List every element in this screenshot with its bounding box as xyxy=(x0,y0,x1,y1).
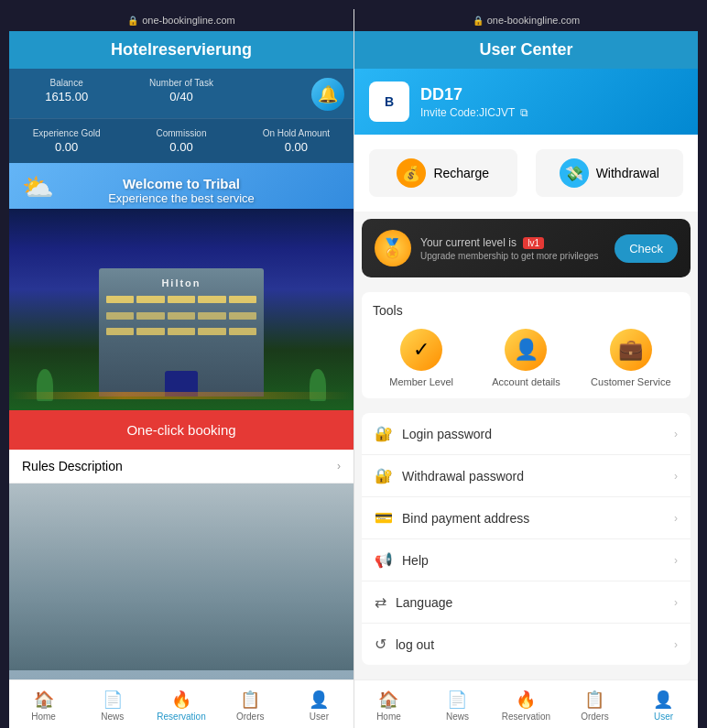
avatar-cell: 🔔 xyxy=(239,74,354,114)
left-panel: 🔒 one-bookingline.com Hotelreservierung … xyxy=(9,9,354,728)
rules-row[interactable]: Rules Description › xyxy=(9,450,354,484)
invite-row: Invite Code:JICJVT ⧉ xyxy=(420,106,683,119)
hotel-windows-row3 xyxy=(106,328,256,335)
level-line2: Upgrade membership to get more privilege… xyxy=(420,251,605,261)
language-chevron: › xyxy=(674,596,678,609)
tool-member-level[interactable]: ✓ Member Level xyxy=(373,329,470,387)
right-panel: 🔒 one-bookingline.com User Center B DD17… xyxy=(354,9,698,728)
action-buttons: 💰 Recharge 💸 Withdrawal xyxy=(354,135,698,212)
left-address-bar: 🔒 one-bookingline.com xyxy=(9,9,354,31)
right-nav-home[interactable]: 🏠 Home xyxy=(354,680,423,728)
user-avatar: 🔔 xyxy=(311,78,344,111)
logout-icon: ↺ xyxy=(375,636,386,653)
menu-login-password[interactable]: 🔐 Login password › xyxy=(362,413,691,455)
right-nav-orders[interactable]: 📋 Orders xyxy=(560,680,629,728)
news-label-right: News xyxy=(446,712,469,722)
right-header: User Center xyxy=(354,31,698,69)
onhold-cell: On Hold Amount 0.00 xyxy=(239,125,354,158)
user-info: DD17 Invite Code:JICJVT ⧉ xyxy=(420,85,683,119)
left-bottom-nav: 🏠 Home 📄 News 🔥 Reservation 📋 Orders 👤 U… xyxy=(9,679,354,728)
menu-help[interactable]: 📢 Help › xyxy=(362,539,691,581)
welcome-line2: Experience the best service xyxy=(108,191,255,205)
right-url: one-bookingline.com xyxy=(487,15,581,26)
reservation-icon-left: 🔥 xyxy=(171,690,191,710)
hotel-windows-row1 xyxy=(106,296,256,303)
right-nav-user[interactable]: 👤 User xyxy=(629,680,698,728)
level-text: Your current level is lv1 Upgrade member… xyxy=(420,236,605,261)
right-bottom-nav: 🏠 Home 📄 News 🔥 Reservation 📋 Orders 👤 U… xyxy=(354,679,698,728)
menu-list: 🔐 Login password › 🔐 Withdrawal password… xyxy=(362,413,691,665)
level-badge: lv1 xyxy=(523,237,544,249)
commission-label: Commission xyxy=(131,128,231,138)
menu-language[interactable]: ⇄ Language › xyxy=(362,581,691,624)
account-details-icon: 👤 xyxy=(505,329,547,371)
news-icon-left: 📄 xyxy=(103,690,123,710)
help-label: Help xyxy=(402,553,674,568)
stats-top: Balance 1615.00 Number of Task 0/40 🔔 xyxy=(9,69,354,118)
news-label-left: News xyxy=(101,712,124,722)
recharge-icon: 💰 xyxy=(397,158,426,188)
left-header-title: Hotelreservierung xyxy=(111,40,252,59)
commission-cell: Commission 0.00 xyxy=(124,125,238,158)
experience-cell: Experience Gold 0.00 xyxy=(9,125,124,158)
home-label-right: Home xyxy=(376,712,401,722)
withdrawal-button[interactable]: 💸 Withdrawal xyxy=(536,149,684,197)
hotel-lights xyxy=(9,392,354,399)
recharge-label: Recharge xyxy=(433,166,489,180)
onhold-value: 0.00 xyxy=(246,140,346,154)
account-details-label: Account details xyxy=(492,376,560,387)
member-level-label: Member Level xyxy=(389,376,453,387)
home-icon-left: 🏠 xyxy=(34,690,54,710)
right-nav-news[interactable]: 📄 News xyxy=(423,680,492,728)
menu-bind-payment[interactable]: 💳 Bind payment address › xyxy=(362,497,691,539)
experience-label: Experience Gold xyxy=(16,128,116,138)
tasks-value: 0/40 xyxy=(131,90,231,103)
bind-payment-chevron: › xyxy=(674,512,678,525)
tools-grid: ✓ Member Level 👤 Account details 💼 Custo… xyxy=(373,329,680,387)
hotel-building: Hilton xyxy=(99,268,264,397)
experience-value: 0.00 xyxy=(16,140,116,154)
orders-icon-left: 📋 xyxy=(240,690,260,710)
left-nav-user[interactable]: 👤 User xyxy=(285,680,354,728)
cloud-icon: ⛅ xyxy=(22,172,54,202)
welcome-text: Welcome to Tribal Experience the best se… xyxy=(90,163,273,212)
tasks-cell: Number of Task 0/40 xyxy=(124,74,238,114)
right-nav-reservation[interactable]: 🔥 Reservation xyxy=(492,680,560,728)
left-url: one-bookingline.com xyxy=(142,15,235,26)
copy-icon[interactable]: ⧉ xyxy=(520,106,528,119)
lock-icon-right: 🔒 xyxy=(473,16,484,26)
news-icon-right: 📄 xyxy=(447,690,467,710)
tools-title: Tools xyxy=(373,303,680,318)
left-nav-home[interactable]: 🏠 Home xyxy=(9,680,78,728)
orders-label-right: Orders xyxy=(581,712,609,722)
menu-withdrawal-password[interactable]: 🔐 Withdrawal password › xyxy=(362,455,691,497)
left-header: Hotelreservierung xyxy=(9,31,354,69)
booking-logo: B xyxy=(369,81,409,122)
booking-button[interactable]: One-click booking xyxy=(9,410,354,450)
left-nav-orders[interactable]: 📋 Orders xyxy=(216,680,285,728)
left-nav-reservation[interactable]: 🔥 Reservation xyxy=(147,680,215,728)
lock-icon-left: 🔒 xyxy=(127,16,138,26)
people-silhouette xyxy=(9,484,354,679)
left-nav-news[interactable]: 📄 News xyxy=(78,680,147,728)
tool-account-details[interactable]: 👤 Account details xyxy=(477,329,574,387)
menu-logout[interactable]: ↺ log out › xyxy=(362,624,691,665)
level-medal-icon: 🏅 xyxy=(375,230,411,266)
recharge-button[interactable]: 💰 Recharge xyxy=(369,149,517,197)
withdrawal-password-icon: 🔐 xyxy=(375,467,393,484)
home-icon-right: 🏠 xyxy=(378,690,398,710)
tool-customer-service[interactable]: 💼 Customer Service xyxy=(582,329,680,387)
level-banner[interactable]: 🏅 Your current level is lv1 Upgrade memb… xyxy=(362,219,691,277)
right-address-bar: 🔒 one-bookingline.com xyxy=(354,9,698,31)
logout-chevron: › xyxy=(674,638,678,651)
commission-value: 0.00 xyxy=(131,140,231,154)
user-icon-left: 👤 xyxy=(309,690,329,710)
user-icon-right: 👤 xyxy=(653,690,673,710)
promo-image xyxy=(9,484,354,679)
level-line1: Your current level is lv1 xyxy=(420,236,605,249)
welcome-banner: ⛅ Welcome to Tribal Experience the best … xyxy=(9,163,354,410)
onhold-label: On Hold Amount xyxy=(246,128,346,138)
language-icon: ⇄ xyxy=(375,593,386,611)
rules-label: Rules Description xyxy=(22,459,123,473)
check-button[interactable]: Check xyxy=(615,234,678,263)
